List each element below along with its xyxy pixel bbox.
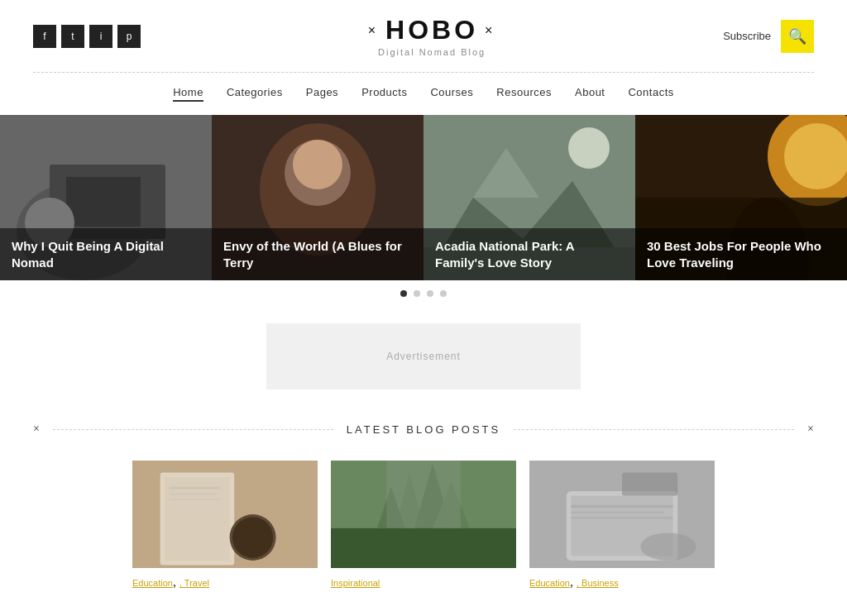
slide-1-title: Why I Quit Being A Digital Nomad (12, 238, 200, 270)
nav-categories[interactable]: Categories (227, 86, 283, 102)
latest-posts-title: LATEST BLOG POSTS (347, 423, 500, 436)
advertisement-section: Advertisement (0, 307, 847, 406)
blog-card-2[interactable]: Inspirational (331, 461, 516, 593)
latest-posts-header: × LATEST BLOG POSTS × (0, 406, 847, 452)
logo-subtitle: Digital Nomad Blog (368, 47, 496, 57)
blog-card-3[interactable]: Education, Business (529, 461, 715, 593)
slide-3-title: Acadia National Park: A Family's Love St… (435, 238, 624, 270)
advertisement-box: Advertisement (266, 323, 581, 389)
slide-4[interactable]: 30 Best Jobs For People Who Love Traveli… (635, 115, 847, 280)
twitter-icon[interactable]: t (61, 25, 84, 48)
blog-tag-inspirational[interactable]: Inspirational (331, 578, 380, 588)
slide-1[interactable]: Why I Quit Being A Digital Nomad (0, 115, 212, 280)
advertisement-label: Advertisement (386, 351, 461, 362)
nav-contacts[interactable]: Contacts (628, 86, 673, 102)
nav-pages[interactable]: Pages (306, 86, 338, 102)
section-divider-left (53, 429, 333, 430)
dot-4[interactable] (440, 290, 447, 297)
section-x-right: × (807, 423, 814, 436)
social-icons: f t i p (33, 25, 141, 48)
search-icon: 🔍 (788, 27, 806, 45)
blog-tags-2: Inspirational (331, 568, 516, 593)
nav-home[interactable]: Home (173, 86, 203, 102)
site-header: f t i p × HOBO × Digital Nomad Blog Subs… (0, 0, 847, 73)
svg-point-13 (568, 127, 610, 169)
blog-tags-1: Education, Travel (132, 568, 318, 593)
slide-2[interactable]: Envy of the World (A Blues for Terry (212, 115, 424, 280)
section-divider-right (514, 429, 794, 430)
logo-prefix-x: × (368, 23, 379, 38)
dot-3[interactable] (427, 290, 433, 297)
dot-1[interactable] (400, 290, 407, 297)
slide-3[interactable]: Acadia National Park: A Family's Love St… (424, 115, 635, 280)
main-nav: Home Categories Pages Products Courses R… (0, 73, 847, 115)
blog-grid: Education, Travel Inspirational (0, 452, 847, 609)
svg-rect-29 (331, 528, 516, 568)
blog-image-1 (132, 461, 318, 568)
nav-resources[interactable]: Resources (496, 86, 552, 102)
blog-tag-education-3[interactable]: Education (529, 578, 570, 588)
slide-2-title: Envy of the World (A Blues for Terry (223, 238, 412, 270)
hero-slider: Why I Quit Being A Digital Nomad Envy of… (0, 115, 847, 307)
blog-card-1[interactable]: Education, Travel (132, 461, 318, 593)
dot-2[interactable] (414, 290, 420, 297)
nav-about[interactable]: About (575, 86, 605, 102)
svg-rect-35 (386, 461, 461, 528)
logo-text: HOBO (385, 15, 478, 45)
svg-rect-27 (132, 461, 318, 568)
pinterest-icon[interactable]: p (117, 25, 141, 48)
svg-rect-3 (66, 177, 141, 227)
search-button[interactable]: 🔍 (781, 20, 814, 53)
nav-products[interactable]: Products (361, 86, 407, 102)
blog-tag-education-1[interactable]: Education (132, 578, 173, 588)
svg-point-8 (293, 140, 342, 189)
slide-4-title: 30 Best Jobs For People Who Love Traveli… (647, 238, 835, 270)
section-x-left: × (33, 423, 40, 436)
logo-title: × HOBO × (368, 15, 496, 45)
blog-tag-business[interactable]: Business (577, 578, 619, 588)
logo-suffix-x: × (485, 23, 495, 38)
slider-dots (0, 280, 847, 307)
subscribe-link[interactable]: Subscribe (723, 30, 771, 42)
blog-tag-travel[interactable]: Travel (179, 578, 209, 588)
blog-image-2 (331, 461, 516, 568)
nav-courses[interactable]: Courses (430, 86, 473, 102)
blog-tags-3: Education, Business (529, 568, 715, 593)
header-right: Subscribe 🔍 (723, 20, 814, 53)
logo: × HOBO × Digital Nomad Blog (368, 15, 496, 57)
instagram-icon[interactable]: i (89, 25, 112, 48)
blog-image-3 (529, 461, 715, 568)
svg-rect-44 (529, 461, 715, 568)
facebook-icon[interactable]: f (33, 25, 56, 48)
